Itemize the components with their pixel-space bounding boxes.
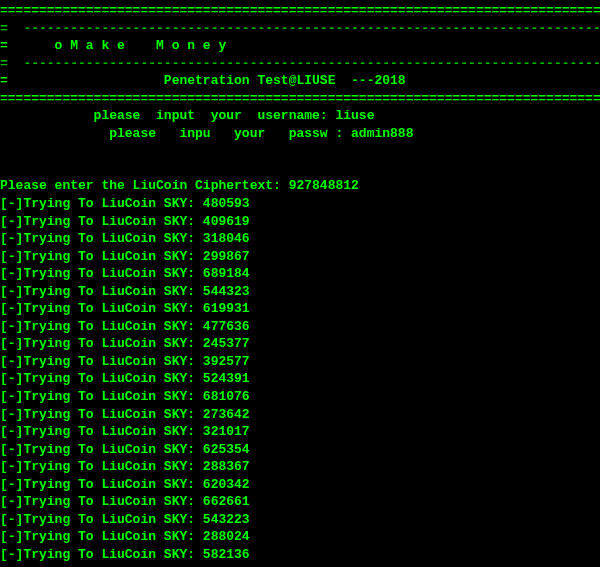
log-line: [-]Trying To LiuCoin SKY: 625354 xyxy=(0,441,600,459)
log-line: [-]Trying To LiuCoin SKY: 299867 xyxy=(0,248,600,266)
log-line: [-]Trying To LiuCoin SKY: 273642 xyxy=(0,406,600,424)
log-line: [-]Trying To LiuCoin SKY: 681076 xyxy=(0,388,600,406)
log-line: [-]Trying To LiuCoin SKY: 321017 xyxy=(0,423,600,441)
banner-border-bottom: ========================================… xyxy=(0,90,600,108)
log-line: [-]Trying To LiuCoin SKY: 318046 xyxy=(0,230,600,248)
log-line: [-]Trying To LiuCoin SKY: 689184 xyxy=(0,265,600,283)
password-prompt: please inpu your passw : admin888 xyxy=(0,125,600,143)
log-line: [-]Trying To LiuCoin SKY: 582136 xyxy=(0,546,600,564)
log-line: [-]Trying To LiuCoin SKY: 662661 xyxy=(0,493,600,511)
log-line: [-]Trying To LiuCoin SKY: 409619 xyxy=(0,213,600,231)
log-line: [-]Trying To LiuCoin SKY: 480593 xyxy=(0,195,600,213)
banner-dash-mid: = --------------------------------------… xyxy=(0,55,600,73)
log-line: [-]Trying To LiuCoin SKY: 620342 xyxy=(0,476,600,494)
banner-subtitle: = Penetration Test@LIUSE ---2018 = xyxy=(0,72,600,90)
log-line: [-]Trying To LiuCoin SKY: 392577 xyxy=(0,353,600,371)
blank-line xyxy=(0,160,600,178)
log-output: [-]Trying To LiuCoin SKY: 480593[-]Tryin… xyxy=(0,195,600,567)
log-line: [-]Trying To LiuCoin SKY: 245377 xyxy=(0,335,600,353)
banner-border-top: ========================================… xyxy=(0,2,600,20)
blank-line xyxy=(0,142,600,160)
log-line: [-]Trying To LiuCoin SKY: 288024 xyxy=(0,528,600,546)
log-line: [-]Trying To LiuCoin SKY: 544323 xyxy=(0,283,600,301)
log-line: [-]Trying To LiuCoin SKY: 288367 xyxy=(0,458,600,476)
log-line: [-]Trying To LiuCoin SKY: 543223 xyxy=(0,511,600,529)
username-prompt: please input your username: liuse xyxy=(0,107,600,125)
log-line: [-]Trying To LiuCoin SKY: 477636 xyxy=(0,318,600,336)
banner-title: = o M a k e M o n e y = xyxy=(0,37,600,55)
log-line: [-]Trying To LiuCoin SKY: 436644 xyxy=(0,564,600,568)
log-line: [-]Trying To LiuCoin SKY: 619931 xyxy=(0,300,600,318)
banner-dash-top: = --------------------------------------… xyxy=(0,20,600,38)
ciphertext-prompt: Please enter the LiuCoin Ciphertext: 927… xyxy=(0,177,600,195)
log-line: [-]Trying To LiuCoin SKY: 524391 xyxy=(0,370,600,388)
